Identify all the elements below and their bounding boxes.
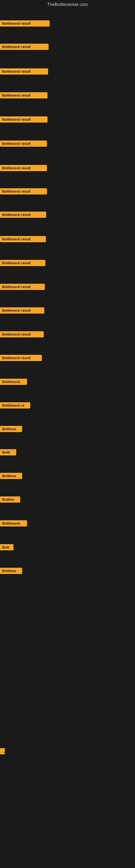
bottleneck-row-20: Bottlene (0, 473, 22, 480)
bottleneck-badge-16: Bottleneck (0, 379, 27, 385)
bottleneck-badge-21: Bottlen (0, 496, 20, 503)
bottleneck-row-5: Bottleneck result (0, 116, 48, 124)
bottleneck-badge-8: Bottleneck result (0, 188, 47, 194)
bottleneck-badge-14: Bottleneck result (0, 331, 44, 337)
bottleneck-badge-25: ... (0, 748, 5, 754)
bottleneck-badge-5: Bottleneck result (0, 116, 48, 123)
bottleneck-row-14: Bottleneck result (0, 331, 44, 339)
bottleneck-row-6: Bottleneck result (0, 141, 47, 148)
bottleneck-row-23: Bott (0, 544, 13, 552)
bottleneck-row-3: Bottleneck result (0, 68, 48, 76)
bottleneck-row-12: Bottleneck result (0, 284, 45, 291)
bottleneck-badge-12: Bottleneck result (0, 284, 45, 290)
bottleneck-badge-17: Bottleneck re (0, 402, 30, 408)
bottleneck-badge-2: Bottleneck result (0, 44, 49, 50)
bottleneck-row-13: Bottleneck result (0, 307, 44, 315)
bottleneck-row-15: Bottleneck result (0, 355, 42, 362)
bottleneck-badge-22: Bottleneck (0, 520, 27, 527)
bottleneck-badge-6: Bottleneck result (0, 141, 47, 147)
bottleneck-row-22: Bottleneck (0, 520, 27, 528)
bottleneck-row-21: Bottlen (0, 496, 20, 504)
bottleneck-row-25: ... (0, 748, 5, 755)
bottleneck-row-9: Bottleneck result (0, 212, 46, 219)
bottleneck-badge-20: Bottlene (0, 473, 22, 479)
bottleneck-badge-7: Bottleneck result (0, 165, 47, 171)
bottleneck-badge-18: Bottlene (0, 426, 22, 432)
bottleneck-badge-3: Bottleneck result (0, 68, 48, 74)
site-title: TheBottlenecker.com (0, 0, 135, 10)
bottleneck-row-4: Bottleneck result (0, 92, 48, 99)
bottleneck-row-10: Bottleneck result (0, 236, 46, 243)
bottleneck-row-17: Bottleneck re (0, 402, 30, 410)
bottleneck-row-1: Bottleneck result (0, 20, 50, 28)
bottleneck-row-7: Bottleneck result (0, 165, 47, 172)
bottleneck-badge-9: Bottleneck result (0, 212, 46, 218)
bottleneck-row-18: Bottlene (0, 426, 22, 433)
bottleneck-row-24: Bottlene (0, 568, 22, 575)
bottleneck-badge-4: Bottleneck result (0, 92, 48, 98)
bottleneck-badge-13: Bottleneck result (0, 307, 44, 314)
bottleneck-badge-1: Bottleneck result (0, 20, 50, 27)
bottleneck-row-16: Bottleneck (0, 379, 27, 386)
bottleneck-row-8: Bottleneck result (0, 188, 47, 195)
bottleneck-badge-15: Bottleneck result (0, 355, 42, 361)
bottleneck-row-2: Bottleneck result (0, 44, 49, 51)
bottleneck-badge-10: Bottleneck result (0, 236, 46, 242)
bottleneck-badge-24: Bottlene (0, 568, 22, 574)
bottleneck-badge-23: Bott (0, 544, 13, 550)
bottleneck-row-19: Bottl (0, 449, 16, 457)
bottleneck-row-11: Bottleneck result (0, 260, 45, 267)
bottleneck-badge-11: Bottleneck result (0, 260, 45, 266)
bottleneck-badge-19: Bottl (0, 449, 16, 456)
